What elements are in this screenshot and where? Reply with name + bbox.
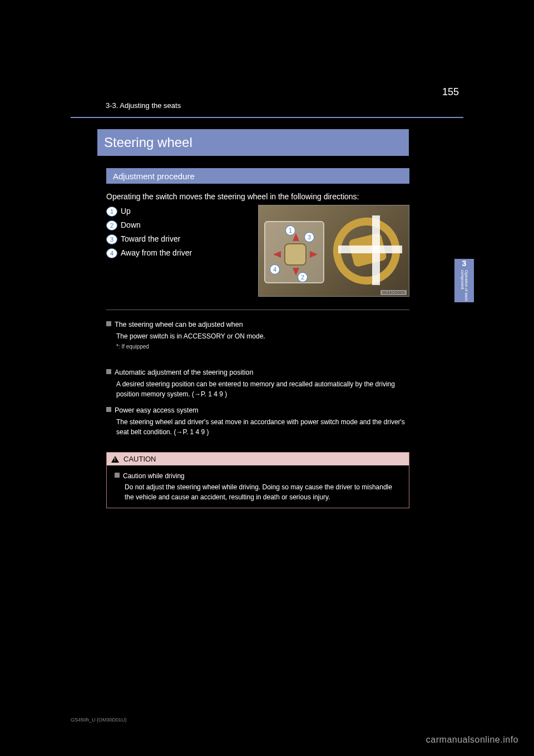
step-text: Away from the driver (121, 248, 192, 258)
bullet-icon (115, 473, 120, 478)
note-title: Power easy access system (106, 405, 409, 416)
step-number-icon: 4 (106, 248, 117, 258)
step-text: Toward the driver (121, 234, 180, 244)
note-block: Power easy access system The steering wh… (106, 405, 409, 437)
step-item: 4 Away from the driver (106, 248, 251, 258)
arrow-up-icon (293, 233, 299, 241)
note-subtext: *: If equipped (106, 342, 409, 351)
callout-number-icon: 2 (298, 272, 308, 282)
note-title: The steering wheel can be adjusted when (106, 320, 409, 330)
step-number-icon: 1 (106, 207, 117, 217)
note-block: Automatic adjustment of the steering pos… (106, 367, 409, 399)
note-title-text: Power easy access system (115, 406, 199, 414)
footer-doc-code: GS450h_U (OM30D01U) (71, 717, 127, 723)
page-title: Steering wheel (97, 129, 409, 156)
note-title-text: Automatic adjustment of the steering pos… (115, 369, 253, 376)
note-body: A desired steering position can be enter… (106, 379, 409, 399)
step-list: 1 Up 2 Down 3 Toward the driver 4 Away f… (106, 206, 251, 262)
callout-number-icon: 4 (270, 264, 280, 274)
note-body: The steering wheel and driver's seat mov… (106, 417, 409, 437)
callout-number-icon: 1 (285, 225, 295, 235)
warning-triangle-icon (111, 456, 119, 463)
bullet-icon (106, 321, 111, 326)
section-tab-number: 3 (462, 259, 467, 268)
watermark: carmanualsonline.info (426, 735, 518, 745)
caution-header: CAUTION (107, 453, 409, 465)
step-text: Down (121, 220, 141, 230)
section-divider (106, 310, 409, 310)
intro-text: Operating the switch moves the steering … (106, 192, 409, 203)
step-text: Up (121, 206, 131, 216)
chapter-reference: 3-3. Adjusting the seats (106, 101, 181, 110)
caution-body: Caution while driving Do not adjust the … (107, 465, 409, 508)
arrow-left-icon (273, 251, 281, 258)
page-number: 155 (442, 86, 459, 98)
callout-number-icon: 3 (304, 232, 314, 242)
caution-title-text: Caution while driving (123, 472, 185, 480)
bullet-icon (106, 369, 111, 374)
step-item: 2 Down (106, 220, 251, 230)
section-tab-label: Operation of each component (461, 270, 468, 302)
movement-arrow-horizontal-icon (338, 246, 402, 253)
note-title-text: The steering wheel can be adjusted when (115, 321, 243, 328)
step-number-icon: 2 (106, 220, 117, 230)
bullet-icon (106, 407, 111, 412)
caution-title: Caution while driving (115, 471, 401, 481)
section-heading: Adjustment procedure (106, 168, 409, 184)
arrow-right-icon (310, 251, 318, 258)
step-item: 3 Toward the driver (106, 234, 251, 244)
caution-text: Do not adjust the steering wheel while d… (115, 482, 401, 502)
header-divider (71, 117, 463, 118)
step-number-icon: 3 (106, 234, 117, 244)
steering-adjustment-diagram: 1 2 3 4 IN34G5009 (258, 205, 409, 297)
note-title: Automatic adjustment of the steering pos… (106, 367, 409, 378)
control-switch-box: 1 2 3 4 (264, 221, 324, 283)
note-body: The power switch is in ACCESSORY or ON m… (106, 331, 409, 341)
section-tab: 3 Operation of each component (454, 259, 474, 302)
step-item: 1 Up (106, 206, 251, 217)
diagram-id: IN34G5009 (380, 290, 407, 295)
caution-box: CAUTION Caution while driving Do not adj… (106, 452, 409, 508)
caution-label: CAUTION (123, 455, 156, 463)
adjustment-knob (284, 243, 306, 266)
note-block: The steering wheel can be adjusted when … (106, 320, 409, 351)
